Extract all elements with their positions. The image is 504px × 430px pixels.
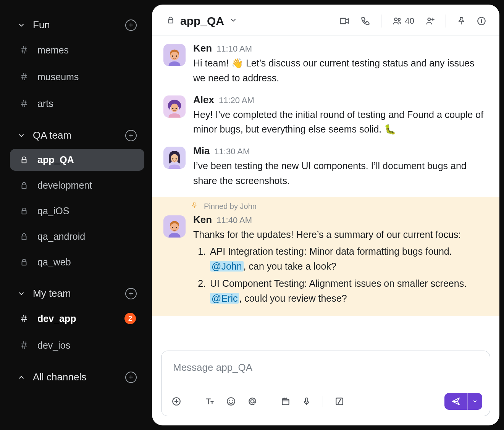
hash-icon: # bbox=[21, 71, 27, 83]
add-channel-icon[interactable]: + bbox=[125, 288, 137, 299]
channel-label: museums bbox=[37, 71, 79, 82]
message-author[interactable]: Mia bbox=[193, 145, 210, 157]
avatar[interactable] bbox=[163, 215, 186, 238]
divider bbox=[446, 15, 446, 27]
message-timestamp: 11:20 AM bbox=[219, 95, 254, 105]
group-title: Fun bbox=[33, 19, 50, 31]
channel-label: dev_app bbox=[37, 313, 76, 324]
group-header-qa-team[interactable]: QA team + bbox=[10, 126, 144, 145]
avatar[interactable] bbox=[163, 95, 186, 118]
add-channel-icon[interactable]: + bbox=[125, 19, 137, 31]
mention[interactable]: @Eric bbox=[210, 293, 239, 304]
message: Mia 11:30 AM I’ve been testing the new U… bbox=[161, 145, 488, 188]
message-author[interactable]: Ken bbox=[193, 42, 212, 54]
channel-label: memes bbox=[37, 45, 69, 56]
message-text: Thanks for the updates! Here’s a summary… bbox=[193, 227, 486, 306]
lock-icon bbox=[19, 233, 29, 241]
hash-icon: # bbox=[21, 44, 27, 56]
hash-icon: # bbox=[21, 97, 27, 110]
message-input[interactable]: Message app_QA bbox=[162, 351, 490, 389]
channel-title: app_QA bbox=[180, 15, 224, 27]
group-header-fun[interactable]: Fun + bbox=[10, 15, 144, 35]
lock-icon bbox=[166, 16, 175, 26]
message-timestamp: 11:30 AM bbox=[214, 147, 250, 157]
message-text: I’ve been testing the new UI components.… bbox=[193, 158, 486, 188]
main-panel: app_QA 40 bbox=[152, 5, 499, 425]
avatar[interactable] bbox=[163, 44, 186, 66]
message-timestamp: 11:40 AM bbox=[216, 215, 252, 225]
message-composer: Message app_QA bbox=[161, 351, 490, 416]
channel-qa-android[interactable]: qa_android bbox=[10, 226, 144, 247]
member-count-value: 40 bbox=[405, 16, 414, 26]
message-text: Hey! I’ve completed the initial round of… bbox=[193, 107, 486, 137]
chevron-down-icon bbox=[18, 21, 25, 29]
text-format-button[interactable] bbox=[205, 396, 215, 406]
pin-icon bbox=[191, 202, 198, 211]
group-title: All channels bbox=[33, 371, 86, 383]
lock-icon bbox=[19, 181, 29, 190]
channel-arts[interactable]: # arts bbox=[10, 92, 144, 115]
divider bbox=[323, 396, 323, 407]
send-options-dropdown[interactable] bbox=[467, 393, 482, 410]
attach-button[interactable] bbox=[171, 396, 181, 406]
add-channel-icon[interactable]: + bbox=[125, 372, 137, 383]
chevron-down-icon bbox=[18, 132, 25, 139]
mention[interactable]: @John bbox=[210, 261, 244, 272]
message: Ken 11:10 AM Hi team! 👋 Let’s discuss ou… bbox=[161, 42, 488, 86]
add-channel-icon[interactable]: + bbox=[125, 130, 137, 141]
group-title: My team bbox=[33, 288, 71, 299]
hash-icon: # bbox=[21, 339, 27, 351]
lock-icon bbox=[19, 156, 29, 164]
channel-memes[interactable]: # memes bbox=[10, 39, 144, 61]
channel-label: development bbox=[37, 180, 92, 191]
divider bbox=[381, 15, 381, 27]
record-audio-button[interactable] bbox=[302, 397, 311, 406]
channel-label: dev_ios bbox=[37, 340, 70, 351]
divider bbox=[193, 396, 193, 407]
add-member-button[interactable] bbox=[425, 16, 435, 26]
channel-app-qa[interactable]: app_QA bbox=[10, 149, 144, 171]
channel-name-dropdown[interactable]: app_QA bbox=[166, 15, 237, 27]
message: Alex 11:20 AM Hey! I’ve completed the in… bbox=[161, 94, 488, 137]
member-count[interactable]: 40 bbox=[392, 16, 414, 26]
message-list[interactable]: Ken 11:10 AM Hi team! 👋 Let’s discuss ou… bbox=[152, 36, 499, 344]
list-item: API Integration testing: Minor data form… bbox=[208, 244, 486, 274]
emoji-button[interactable] bbox=[226, 396, 236, 406]
channel-label: qa_android bbox=[37, 231, 85, 242]
channel-museums[interactable]: # museums bbox=[10, 65, 144, 88]
pinned-message: Pinned by John Ken 11:40 AM Thanks for t… bbox=[152, 197, 499, 317]
group-header-all-channels[interactable]: All channels + bbox=[10, 367, 144, 387]
send-icon bbox=[444, 393, 467, 410]
avatar[interactable] bbox=[163, 147, 186, 169]
video-call-button[interactable] bbox=[339, 16, 350, 26]
channel-dev-ios[interactable]: # dev_ios bbox=[10, 334, 144, 357]
message-author[interactable]: Alex bbox=[193, 94, 214, 106]
channel-label: qa_iOS bbox=[37, 205, 69, 217]
channel-dev-app[interactable]: # dev_app 2 bbox=[10, 307, 144, 330]
pinned-messages-button[interactable] bbox=[457, 16, 466, 26]
message-author[interactable]: Ken bbox=[193, 214, 212, 226]
message-timestamp: 11:10 AM bbox=[216, 44, 252, 54]
list-item: UI Component Testing: Alignment issues o… bbox=[208, 276, 486, 306]
pinned-intro: Thanks for the updates! Here’s a summary… bbox=[193, 229, 461, 240]
channel-info-button[interactable] bbox=[477, 16, 486, 26]
channel-development[interactable]: development bbox=[10, 175, 144, 196]
channel-label: app_QA bbox=[37, 154, 74, 165]
pinned-by-label: Pinned by John bbox=[204, 202, 257, 211]
lock-icon bbox=[19, 207, 29, 215]
channel-qa-web[interactable]: qa_web bbox=[10, 251, 144, 273]
lock-icon bbox=[19, 258, 29, 267]
record-video-button[interactable] bbox=[281, 396, 291, 406]
slash-command-button[interactable] bbox=[334, 396, 344, 406]
group-header-my-team[interactable]: My team + bbox=[10, 284, 144, 303]
chevron-up-icon bbox=[18, 373, 25, 381]
send-button[interactable] bbox=[444, 393, 482, 410]
mention-button[interactable] bbox=[247, 396, 257, 406]
divider bbox=[269, 396, 269, 407]
audio-call-button[interactable] bbox=[360, 16, 370, 26]
chevron-down-icon bbox=[18, 290, 25, 297]
channel-qa-ios[interactable]: qa_iOS bbox=[10, 200, 144, 222]
hash-icon: # bbox=[21, 312, 27, 325]
channel-label: arts bbox=[37, 98, 53, 109]
message-text: Hi team! 👋 Let’s discuss our current tes… bbox=[193, 56, 486, 86]
